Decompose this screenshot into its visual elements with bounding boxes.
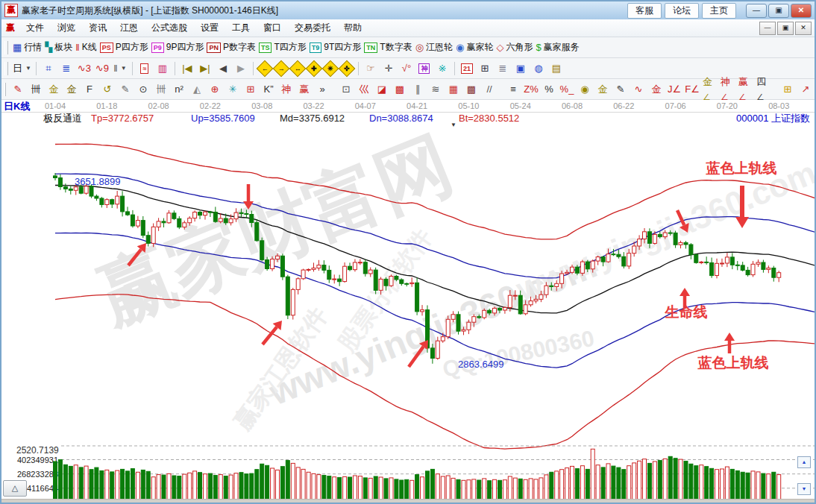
tool-k-marks[interactable]: K” — [260, 81, 277, 98]
titlebar-link-1[interactable]: 论坛 — [665, 3, 699, 19]
tool-gann-web[interactable]: ✳ — [224, 81, 242, 98]
tool-expand-h-icon[interactable]: ↔ — [289, 60, 307, 77]
minimize-button[interactable]: — — [746, 4, 767, 18]
tool-histogram[interactable]: ▥ — [154, 60, 172, 77]
tool-grid-gold[interactable]: ⊞ — [779, 81, 797, 98]
tool-board-view[interactable]: ≣ — [57, 60, 75, 77]
tool-percent-lines[interactable]: %_ — [558, 81, 576, 98]
menu-item-设置[interactable]: 设置 — [194, 22, 225, 34]
tool-levels[interactable]: ≡ — [504, 81, 522, 98]
tool-hash-2[interactable]: 卌 — [152, 81, 170, 98]
tool-calculator[interactable]: ⊞ — [476, 60, 494, 77]
tool-gold-angle[interactable]: 金∠ — [701, 81, 719, 98]
tool-wave-3[interactable]: ∿3 — [75, 60, 93, 77]
volume-zoom-button[interactable]: △ — [3, 480, 27, 497]
tool-printer[interactable]: ▤ — [547, 60, 565, 77]
tool-box-tool[interactable]: ⊡ — [337, 81, 355, 98]
scale-up-button[interactable]: ▲ — [797, 456, 811, 468]
tool-kline[interactable]: ‖K线 — [74, 40, 98, 56]
tool-f-grid[interactable]: F — [81, 81, 98, 98]
menu-item-资讯[interactable]: 资讯 — [82, 22, 113, 34]
tool-quotes[interactable]: ▦行情 — [11, 40, 43, 56]
tool-spiral[interactable]: ↺ — [98, 81, 116, 98]
tool-pen-2[interactable]: ✎ — [116, 81, 134, 98]
tool-gold-red[interactable]: 金 — [647, 81, 665, 98]
tool-gann-wheel[interactable]: ◎江恩轮 — [414, 40, 454, 56]
tool-gold-circle[interactable]: ◉ — [576, 81, 594, 98]
tool-sectors[interactable]: ▚板块 — [43, 40, 74, 56]
chart-canvas[interactable]: 赢家财富网www.yingjia360.comwww.yingjia360.co… — [1, 100, 815, 499]
tool-z-percent[interactable]: Z% — [522, 81, 540, 98]
tool-percent[interactable]: % — [540, 81, 558, 98]
tool-circle-cross[interactable]: ⊕ — [206, 81, 224, 98]
tool-zoom-cross-icon[interactable]: ✚ — [306, 60, 323, 77]
menu-item-浏览[interactable]: 浏览 — [51, 22, 82, 34]
tool-pen[interactable]: ✎ — [9, 81, 27, 98]
child-close-button[interactable]: ✕ — [795, 22, 812, 35]
tool-grid-red[interactable]: ▦ — [445, 81, 462, 98]
tool-winner-service[interactable]: $赢家服务 — [534, 40, 580, 56]
tool-trend-tool[interactable]: ↗ — [797, 81, 815, 98]
tool-ying-angle[interactable]: 赢∠ — [737, 81, 755, 98]
close-button[interactable]: ✕ — [791, 4, 812, 18]
tool-gann-hash[interactable]: 卌 — [27, 81, 45, 98]
tool-hand-tool[interactable]: ☞ — [362, 60, 380, 77]
tool-pan-left-icon[interactable]: ← — [257, 60, 274, 77]
tool-star-tool-icon[interactable]: ✳ — [322, 60, 339, 77]
tool-fan-lines[interactable]: 巛 — [355, 81, 373, 98]
tool-parallel-lines[interactable]: ∥ — [409, 81, 427, 98]
tool-web-square[interactable]: ⊞ — [242, 81, 260, 98]
menu-item-工具[interactable]: 工具 — [225, 22, 257, 34]
tool-p-square[interactable]: PSP四方形 — [98, 40, 150, 56]
tool-zigzag[interactable]: ≋ — [427, 81, 445, 98]
tool-shen-box[interactable]: 神 — [415, 60, 433, 77]
tool-cross-tool-icon[interactable]: ✜ — [339, 60, 356, 77]
tool-mirror-angle[interactable]: ◭ — [188, 81, 206, 98]
tool-calendar-21[interactable]: 21 — [458, 60, 476, 77]
menu-item-窗口[interactable]: 窗口 — [257, 22, 288, 34]
tool-web-box[interactable]: ▩ — [391, 81, 409, 98]
tool-9p-square[interactable]: P99P四方形 — [150, 40, 206, 56]
tool-wave-tool[interactable]: ∿ — [630, 81, 647, 98]
tool-more-tools[interactable]: » — [313, 81, 331, 98]
tool-shen-angle[interactable]: 神∠ — [719, 81, 737, 98]
tool-j-angle[interactable]: J∠ — [665, 81, 683, 98]
tool-save[interactable]: ▣ — [512, 60, 530, 77]
menu-item-公式选股[interactable]: 公式选股 — [145, 22, 194, 34]
tool-candle-style[interactable]: ‖▼ — [111, 60, 129, 77]
scale-down-button[interactable]: ▼ — [797, 483, 811, 495]
period-label[interactable]: 日K线 — [4, 101, 30, 112]
tool-f-angle[interactable]: F∠ — [683, 81, 701, 98]
titlebar-link-0[interactable]: 客服 — [627, 3, 662, 19]
tool-gold-grid[interactable]: 金 — [45, 81, 63, 98]
tool-web-view[interactable]: ⌗ — [40, 60, 57, 77]
tool-p-table[interactable]: PNP数字表 — [205, 40, 257, 56]
restore-button[interactable]: ▣ — [768, 4, 789, 18]
tool-winner-wheel[interactable]: ◉赢家轮 — [454, 40, 495, 56]
tool-level-box[interactable]: ≈ — [136, 60, 154, 77]
tool-go-last[interactable]: ▶| — [196, 60, 214, 77]
tool-gold-lines[interactable]: 金 — [594, 81, 612, 98]
tool-period-day[interactable]: 日▼ — [11, 60, 33, 77]
tool-shen-tool[interactable]: 神 — [277, 81, 295, 98]
tool-angle-check[interactable]: √° — [398, 60, 415, 77]
tool-hexagon[interactable]: ◇六角形 — [495, 40, 534, 56]
tool-n-squared[interactable]: n² — [170, 81, 188, 98]
tool-go-prev[interactable]: ◀ — [214, 60, 232, 77]
menu-item-江恩[interactable]: 江恩 — [113, 22, 145, 34]
tool-gold-grid-2[interactable]: 金 — [63, 81, 81, 98]
tool-slant-lines[interactable]: // — [480, 81, 498, 98]
tool-pen-3[interactable]: ✎ — [612, 81, 630, 98]
tool-brain[interactable]: ※ — [433, 60, 451, 77]
titlebar-link-2[interactable]: 主页 — [702, 3, 736, 19]
tool-notes[interactable]: ≣ — [494, 60, 512, 77]
tool-go-next[interactable]: ▶ — [232, 60, 250, 77]
tool-t-table[interactable]: TNT数字表 — [363, 40, 413, 56]
tool-t-square[interactable]: TST四方形 — [257, 40, 308, 56]
indicator-dropdown-icon[interactable]: ▼ — [451, 122, 456, 128]
tool-9t-square[interactable]: T99T四方形 — [308, 40, 363, 56]
tool-grid-dark[interactable]: ▩ — [462, 81, 480, 98]
tool-cycle-circle[interactable]: ⊙ — [134, 81, 152, 98]
tool-four-angle[interactable]: 四∠ — [755, 81, 773, 98]
tool-crosshair[interactable]: ✛ — [380, 60, 398, 77]
